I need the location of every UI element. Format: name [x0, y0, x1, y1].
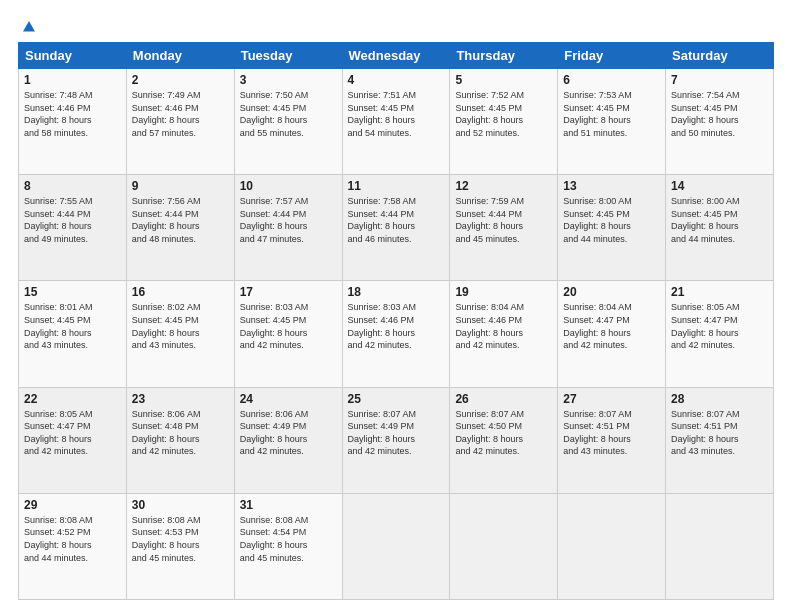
day-number: 29 [24, 498, 121, 512]
day-cell: 19 Sunrise: 8:04 AMSunset: 4:46 PMDaylig… [450, 281, 558, 387]
day-cell: 18 Sunrise: 8:03 AMSunset: 4:46 PMDaylig… [342, 281, 450, 387]
day-cell: 4 Sunrise: 7:51 AMSunset: 4:45 PMDayligh… [342, 69, 450, 175]
day-info: Sunrise: 8:07 AMSunset: 4:51 PMDaylight:… [671, 409, 740, 457]
day-info: Sunrise: 8:02 AMSunset: 4:45 PMDaylight:… [132, 302, 201, 350]
day-info: Sunrise: 8:03 AMSunset: 4:45 PMDaylight:… [240, 302, 309, 350]
day-cell [666, 493, 774, 599]
day-info: Sunrise: 8:06 AMSunset: 4:48 PMDaylight:… [132, 409, 201, 457]
day-cell: 14 Sunrise: 8:00 AMSunset: 4:45 PMDaylig… [666, 175, 774, 281]
day-number: 16 [132, 285, 229, 299]
day-info: Sunrise: 7:57 AMSunset: 4:44 PMDaylight:… [240, 196, 309, 244]
day-cell: 27 Sunrise: 8:07 AMSunset: 4:51 PMDaylig… [558, 387, 666, 493]
day-cell: 12 Sunrise: 7:59 AMSunset: 4:44 PMDaylig… [450, 175, 558, 281]
day-info: Sunrise: 7:51 AMSunset: 4:45 PMDaylight:… [348, 90, 417, 138]
day-info: Sunrise: 8:04 AMSunset: 4:47 PMDaylight:… [563, 302, 632, 350]
day-info: Sunrise: 7:53 AMSunset: 4:45 PMDaylight:… [563, 90, 632, 138]
day-number: 27 [563, 392, 660, 406]
calendar-table: SundayMondayTuesdayWednesdayThursdayFrid… [18, 42, 774, 600]
weekday-header-wednesday: Wednesday [342, 43, 450, 69]
day-number: 30 [132, 498, 229, 512]
day-info: Sunrise: 8:05 AMSunset: 4:47 PMDaylight:… [24, 409, 93, 457]
day-cell: 17 Sunrise: 8:03 AMSunset: 4:45 PMDaylig… [234, 281, 342, 387]
day-cell: 6 Sunrise: 7:53 AMSunset: 4:45 PMDayligh… [558, 69, 666, 175]
day-number: 26 [455, 392, 552, 406]
day-info: Sunrise: 8:04 AMSunset: 4:46 PMDaylight:… [455, 302, 524, 350]
day-number: 20 [563, 285, 660, 299]
weekday-header-sunday: Sunday [19, 43, 127, 69]
day-number: 9 [132, 179, 229, 193]
day-number: 13 [563, 179, 660, 193]
day-number: 19 [455, 285, 552, 299]
week-row-3: 15 Sunrise: 8:01 AMSunset: 4:45 PMDaylig… [19, 281, 774, 387]
day-number: 3 [240, 73, 337, 87]
day-info: Sunrise: 7:50 AMSunset: 4:45 PMDaylight:… [240, 90, 309, 138]
logo [18, 18, 38, 32]
day-cell: 25 Sunrise: 8:07 AMSunset: 4:49 PMDaylig… [342, 387, 450, 493]
day-info: Sunrise: 8:08 AMSunset: 4:53 PMDaylight:… [132, 515, 201, 563]
day-info: Sunrise: 7:49 AMSunset: 4:46 PMDaylight:… [132, 90, 201, 138]
day-number: 5 [455, 73, 552, 87]
day-cell: 3 Sunrise: 7:50 AMSunset: 4:45 PMDayligh… [234, 69, 342, 175]
day-cell: 20 Sunrise: 8:04 AMSunset: 4:47 PMDaylig… [558, 281, 666, 387]
day-number: 12 [455, 179, 552, 193]
day-cell: 23 Sunrise: 8:06 AMSunset: 4:48 PMDaylig… [126, 387, 234, 493]
day-number: 28 [671, 392, 768, 406]
weekday-header-saturday: Saturday [666, 43, 774, 69]
day-cell: 30 Sunrise: 8:08 AMSunset: 4:53 PMDaylig… [126, 493, 234, 599]
day-number: 14 [671, 179, 768, 193]
logo-icon [20, 18, 38, 36]
day-number: 8 [24, 179, 121, 193]
day-number: 10 [240, 179, 337, 193]
day-cell [342, 493, 450, 599]
day-number: 22 [24, 392, 121, 406]
day-info: Sunrise: 8:00 AMSunset: 4:45 PMDaylight:… [671, 196, 740, 244]
weekday-header-tuesday: Tuesday [234, 43, 342, 69]
day-info: Sunrise: 7:56 AMSunset: 4:44 PMDaylight:… [132, 196, 201, 244]
day-cell [558, 493, 666, 599]
day-info: Sunrise: 8:03 AMSunset: 4:46 PMDaylight:… [348, 302, 417, 350]
day-cell: 28 Sunrise: 8:07 AMSunset: 4:51 PMDaylig… [666, 387, 774, 493]
day-cell: 5 Sunrise: 7:52 AMSunset: 4:45 PMDayligh… [450, 69, 558, 175]
day-number: 25 [348, 392, 445, 406]
day-cell: 29 Sunrise: 8:08 AMSunset: 4:52 PMDaylig… [19, 493, 127, 599]
day-number: 17 [240, 285, 337, 299]
header [18, 18, 774, 32]
day-cell: 8 Sunrise: 7:55 AMSunset: 4:44 PMDayligh… [19, 175, 127, 281]
day-cell: 13 Sunrise: 8:00 AMSunset: 4:45 PMDaylig… [558, 175, 666, 281]
day-info: Sunrise: 7:55 AMSunset: 4:44 PMDaylight:… [24, 196, 93, 244]
day-cell: 9 Sunrise: 7:56 AMSunset: 4:44 PMDayligh… [126, 175, 234, 281]
day-cell: 24 Sunrise: 8:06 AMSunset: 4:49 PMDaylig… [234, 387, 342, 493]
weekday-header-thursday: Thursday [450, 43, 558, 69]
week-row-5: 29 Sunrise: 8:08 AMSunset: 4:52 PMDaylig… [19, 493, 774, 599]
weekday-header-monday: Monday [126, 43, 234, 69]
day-info: Sunrise: 7:48 AMSunset: 4:46 PMDaylight:… [24, 90, 93, 138]
day-info: Sunrise: 8:07 AMSunset: 4:50 PMDaylight:… [455, 409, 524, 457]
day-info: Sunrise: 8:07 AMSunset: 4:49 PMDaylight:… [348, 409, 417, 457]
day-cell: 7 Sunrise: 7:54 AMSunset: 4:45 PMDayligh… [666, 69, 774, 175]
day-number: 24 [240, 392, 337, 406]
week-row-2: 8 Sunrise: 7:55 AMSunset: 4:44 PMDayligh… [19, 175, 774, 281]
weekday-header-friday: Friday [558, 43, 666, 69]
day-info: Sunrise: 8:05 AMSunset: 4:47 PMDaylight:… [671, 302, 740, 350]
day-cell: 11 Sunrise: 7:58 AMSunset: 4:44 PMDaylig… [342, 175, 450, 281]
day-cell: 16 Sunrise: 8:02 AMSunset: 4:45 PMDaylig… [126, 281, 234, 387]
day-info: Sunrise: 8:07 AMSunset: 4:51 PMDaylight:… [563, 409, 632, 457]
day-info: Sunrise: 8:08 AMSunset: 4:54 PMDaylight:… [240, 515, 309, 563]
day-info: Sunrise: 8:06 AMSunset: 4:49 PMDaylight:… [240, 409, 309, 457]
day-info: Sunrise: 7:52 AMSunset: 4:45 PMDaylight:… [455, 90, 524, 138]
day-cell: 26 Sunrise: 8:07 AMSunset: 4:50 PMDaylig… [450, 387, 558, 493]
day-info: Sunrise: 8:01 AMSunset: 4:45 PMDaylight:… [24, 302, 93, 350]
day-number: 4 [348, 73, 445, 87]
day-cell: 10 Sunrise: 7:57 AMSunset: 4:44 PMDaylig… [234, 175, 342, 281]
day-number: 18 [348, 285, 445, 299]
day-cell [450, 493, 558, 599]
day-info: Sunrise: 7:54 AMSunset: 4:45 PMDaylight:… [671, 90, 740, 138]
day-number: 15 [24, 285, 121, 299]
day-info: Sunrise: 7:58 AMSunset: 4:44 PMDaylight:… [348, 196, 417, 244]
svg-marker-0 [23, 21, 35, 32]
day-number: 7 [671, 73, 768, 87]
day-number: 23 [132, 392, 229, 406]
day-info: Sunrise: 8:00 AMSunset: 4:45 PMDaylight:… [563, 196, 632, 244]
day-number: 11 [348, 179, 445, 193]
day-cell: 21 Sunrise: 8:05 AMSunset: 4:47 PMDaylig… [666, 281, 774, 387]
